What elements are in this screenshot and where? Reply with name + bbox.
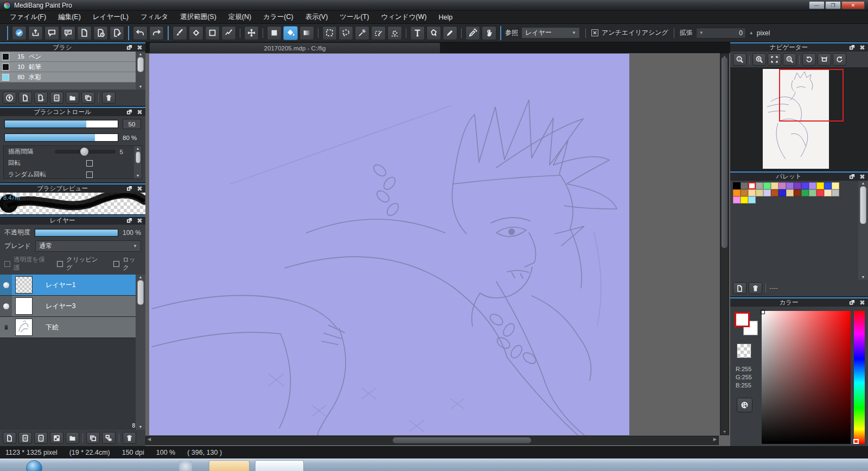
palette-color-23[interactable] xyxy=(794,189,801,196)
duplicate-button[interactable] xyxy=(86,432,100,444)
scroll-up-icon[interactable]: ▲ xyxy=(139,275,143,280)
trash-button[interactable] xyxy=(102,92,116,104)
popout-icon[interactable] xyxy=(125,217,133,224)
scroll-down-icon[interactable]: ▼ xyxy=(139,84,143,90)
doc-8-button[interactable]: 8 xyxy=(18,432,32,444)
canvas-horizontal-scrollbar[interactable]: ◀ ▶ xyxy=(145,436,719,445)
text-tool-button[interactable] xyxy=(410,26,425,40)
brush-item-1[interactable]: 15ペン xyxy=(0,52,136,62)
menu-item-5[interactable]: 選択範囲(S) xyxy=(175,11,222,23)
start-button[interactable] xyxy=(26,460,42,471)
palette-color-24[interactable] xyxy=(801,189,809,196)
close-icon[interactable] xyxy=(135,44,144,51)
brush-list-scrollbar[interactable]: ▲ ▼ xyxy=(136,52,145,90)
layer-visibility-toggle[interactable] xyxy=(0,296,12,316)
palette-scrollbar[interactable]: ▲ ▼ xyxy=(858,181,868,280)
hue-slider[interactable] xyxy=(854,311,865,444)
fill-shape-tool-button[interactable] xyxy=(267,26,282,40)
windows-taskbar[interactable] xyxy=(0,459,868,471)
palette-mode-button[interactable] xyxy=(737,398,752,412)
rotate-cw-button[interactable] xyxy=(833,53,846,66)
document-button[interactable] xyxy=(77,26,92,40)
palette-color-19[interactable] xyxy=(763,189,771,196)
layer-row-layer1[interactable]: レイヤー1 8 xyxy=(0,275,136,296)
zoom-100-button[interactable]: 1 xyxy=(733,53,746,66)
reference-dropdown[interactable]: レイヤー ▼ xyxy=(521,27,580,39)
palette-color-5[interactable] xyxy=(763,182,771,189)
close-icon[interactable] xyxy=(135,217,144,224)
rotation-checkbox[interactable] xyxy=(86,160,93,167)
trash-button[interactable] xyxy=(749,282,762,294)
palette-color-2[interactable] xyxy=(741,182,748,189)
palette-color-27[interactable] xyxy=(824,189,832,196)
menu-item-8[interactable]: 表示(V) xyxy=(300,11,334,23)
menu-item-10[interactable]: ウィンドウ(W) xyxy=(375,11,432,23)
close-icon[interactable] xyxy=(858,173,866,180)
palette-color-3[interactable] xyxy=(748,182,756,189)
document-tab[interactable]: 20170205.mdp - C:/fig xyxy=(149,42,441,53)
palette-color-22[interactable] xyxy=(786,189,794,196)
foreground-color-swatch[interactable] xyxy=(735,312,750,327)
duplicate-button[interactable] xyxy=(81,92,95,104)
palette-color-12[interactable] xyxy=(816,182,824,189)
select-eraser-tool-button[interactable] xyxy=(387,26,402,40)
curve-tool-button[interactable] xyxy=(221,26,236,40)
layer-visibility-toggle[interactable] xyxy=(0,275,12,295)
hand-tool-button[interactable] xyxy=(482,26,496,40)
menu-item-3[interactable]: レイヤー(L) xyxy=(87,11,134,23)
palette-color-29[interactable] xyxy=(733,196,741,203)
checker-sq-button[interactable] xyxy=(50,432,63,444)
menu-item-4[interactable]: フィルタ xyxy=(135,11,174,23)
palette-color-20[interactable] xyxy=(771,189,778,196)
close-icon[interactable] xyxy=(135,185,144,192)
scroll-up-icon[interactable]: ▲ xyxy=(136,146,140,151)
navigator-thumbnail[interactable] xyxy=(730,67,868,170)
operation-tool-button[interactable] xyxy=(426,26,441,40)
brush-parameter-scrollbar[interactable]: ▲ ▼ xyxy=(134,146,142,179)
close-icon[interactable] xyxy=(858,44,866,51)
rotate-ccw-button[interactable] xyxy=(802,53,816,66)
close-icon[interactable] xyxy=(135,109,144,116)
popout-icon[interactable] xyxy=(847,299,856,306)
palette-color-9[interactable] xyxy=(794,182,801,189)
palette-color-28[interactable] xyxy=(832,189,839,196)
scroll-left-icon[interactable]: ◀ xyxy=(148,437,151,442)
comment-list-button[interactable] xyxy=(61,26,75,40)
minimize-button[interactable]: — xyxy=(809,1,825,9)
bucket-tool-button[interactable] xyxy=(283,26,298,40)
clipping-checkbox[interactable] xyxy=(57,261,63,267)
brush-item-2[interactable]: 10鉛筆 xyxy=(0,62,136,72)
palette-color-25[interactable] xyxy=(809,189,816,196)
popout-icon[interactable] xyxy=(847,173,856,180)
scroll-thumb[interactable] xyxy=(393,437,531,443)
new-doc-button[interactable] xyxy=(733,282,746,294)
move-tool-button[interactable] xyxy=(244,26,259,40)
popout-icon[interactable] xyxy=(125,44,133,51)
palette-color-17[interactable] xyxy=(748,189,756,196)
scroll-down-icon[interactable]: ▼ xyxy=(139,424,143,430)
folder-button[interactable] xyxy=(66,432,79,444)
doc-arrow-button[interactable] xyxy=(34,92,48,104)
palette-color-31[interactable] xyxy=(748,196,756,203)
hue-marker[interactable] xyxy=(853,439,859,444)
magic-wand-tool-button[interactable] xyxy=(355,26,369,40)
new-doc-button[interactable] xyxy=(3,432,16,444)
layer-opacity-slider[interactable] xyxy=(35,229,118,237)
publish-button[interactable] xyxy=(28,26,43,40)
spin-up-icon[interactable]: ▲ xyxy=(749,30,754,35)
scroll-thumb[interactable] xyxy=(137,57,144,72)
scroll-down-icon[interactable]: ▼ xyxy=(720,430,729,434)
menu-item-9[interactable]: ツール(T) xyxy=(334,11,374,23)
scroll-thumb[interactable] xyxy=(860,186,866,224)
layer-list-scrollbar[interactable]: ▲ ▼ xyxy=(136,275,145,430)
layer-row-draft[interactable]: 下絵 xyxy=(0,317,136,338)
merge-button[interactable] xyxy=(102,432,116,444)
canvas-document[interactable] xyxy=(149,54,629,435)
taskbar-window-button[interactable] xyxy=(255,460,304,471)
scroll-thumb[interactable] xyxy=(136,151,141,163)
popout-icon[interactable] xyxy=(125,185,133,192)
menu-item-11[interactable]: Help xyxy=(433,12,458,23)
taskbar-window-button[interactable] xyxy=(209,460,250,471)
brush-opacity-slider[interactable] xyxy=(4,133,118,142)
undo-button[interactable] xyxy=(133,26,148,40)
